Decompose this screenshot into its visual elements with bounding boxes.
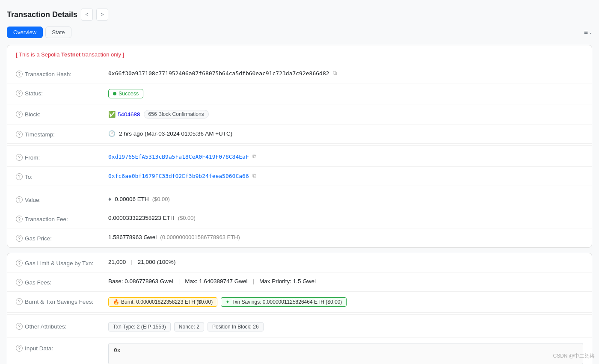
input-data-box: 0x bbox=[108, 343, 583, 364]
copy-txhash-icon[interactable]: ⧉ bbox=[333, 70, 337, 77]
burnt-fees-label: ? Burnt & Txn Savings Fees: bbox=[16, 297, 101, 305]
to-row: ? To: 0xfc6ae0bf1679FC33df02Ef3b9b24feea… bbox=[7, 167, 592, 186]
info-icon-otherattr: ? bbox=[16, 323, 23, 330]
info-icon-txhash: ? bbox=[16, 71, 23, 77]
nonce-badge: Nonce: 2 bbox=[174, 322, 204, 331]
status-label: ? Status: bbox=[16, 89, 101, 97]
status-badge: Success bbox=[108, 89, 143, 98]
timestamp-value: 🕐 2 hrs ago (Mar-03-2024 01:05:36 AM +UT… bbox=[108, 130, 583, 137]
block-check-icon: ✅ bbox=[108, 111, 116, 118]
list-view-icon[interactable]: ≡ ⌄ bbox=[584, 29, 592, 36]
copy-from-icon[interactable]: ⧉ bbox=[252, 153, 256, 160]
input-data-label: ? Input Data: bbox=[16, 343, 101, 352]
gas-fees-row: ? Gas Fees: Base: 0.086778963 Gwei | Max… bbox=[7, 272, 592, 292]
info-icon-gasprice: ? bbox=[16, 235, 23, 242]
advanced-details-card: ? Gas Limit & Usage by Txn: 21,000 | 21,… bbox=[7, 253, 592, 364]
other-attributes-value: Txn Type: 2 (EIP-1559) Nonce: 2 Position… bbox=[108, 322, 583, 331]
transaction-hash-value: 0x66f30a937108c771952406a07f68075b64ca5d… bbox=[108, 70, 583, 77]
burnt-fees-row: ? Burnt & Txn Savings Fees: 🔥 Burnt: 0.0… bbox=[7, 292, 592, 313]
from-row: ? From: 0xd19765EfA5313cB9a5Fa18CeA0F419… bbox=[7, 148, 592, 167]
info-icon-txnfee: ? bbox=[16, 216, 23, 222]
status-row: ? Status: Success bbox=[7, 83, 592, 104]
gas-fees-label: ? Gas Fees: bbox=[16, 278, 101, 286]
gas-fees-value: Base: 0.086778963 Gwei | Max: 1.64038974… bbox=[108, 278, 583, 284]
status-value: Success bbox=[108, 89, 583, 98]
input-data-value: 0x bbox=[108, 343, 583, 364]
info-icon-gasfees: ? bbox=[16, 279, 23, 286]
fire-icon: 🔥 bbox=[113, 299, 119, 305]
txn-fee-label: ? Transaction Fee: bbox=[16, 215, 101, 222]
gas-price-row: ? Gas Price: 1.586778963 Gwei (0.0000000… bbox=[7, 228, 592, 247]
timestamp-row: ? Timestamp: 🕐 2 hrs ago (Mar-03-2024 01… bbox=[7, 124, 592, 144]
info-icon-to: ? bbox=[16, 173, 23, 180]
info-icon-from: ? bbox=[16, 154, 23, 161]
transaction-hash-label: ? Transaction Hash: bbox=[16, 70, 101, 77]
gas-limit-row: ? Gas Limit & Usage by Txn: 21,000 | 21,… bbox=[7, 253, 592, 272]
status-dot bbox=[113, 92, 116, 95]
tab-overview[interactable]: Overview bbox=[7, 27, 43, 38]
from-value: 0xd19765EfA5313cB9a5Fa18CeA0F419F078C84E… bbox=[108, 153, 583, 160]
info-icon-inputdata: ? bbox=[16, 345, 23, 352]
to-value: 0xfc6ae0bf1679FC33df02Ef3b9b24feea5060Ca… bbox=[108, 172, 583, 179]
value-row: ? Value: ♦ 0.00006 ETH ($0.00) bbox=[7, 190, 592, 209]
position-badge: Position In Block: 26 bbox=[208, 322, 264, 331]
main-details-card: [ This is a Sepolia Testnet transaction … bbox=[7, 45, 592, 248]
from-address[interactable]: 0xd19765EfA5313cB9a5Fa18CeA0F419F078C84E… bbox=[108, 154, 249, 160]
page-title: Transaction Details bbox=[7, 10, 77, 19]
txn-fee-row: ? Transaction Fee: 0.000033322358223 ETH… bbox=[7, 209, 592, 228]
to-address[interactable]: 0xfc6ae0bf1679FC33df02Ef3b9b24feea5060Ca… bbox=[108, 173, 249, 179]
to-label: ? To: bbox=[16, 172, 101, 180]
savings-icon: ✦ bbox=[225, 299, 230, 305]
gas-price-label: ? Gas Price: bbox=[16, 234, 101, 242]
info-icon-timestamp: ? bbox=[16, 131, 23, 138]
nav-prev-button[interactable]: < bbox=[81, 9, 93, 21]
from-label: ? From: bbox=[16, 153, 101, 161]
block-value: ✅ 5404688 656 Block Confirmations bbox=[108, 110, 583, 118]
input-data-row: ? Input Data: 0x bbox=[7, 337, 592, 364]
info-icon-gaslimit: ? bbox=[16, 260, 23, 266]
other-attributes-label: ? Other Attributes: bbox=[16, 322, 101, 330]
tabs-container: Overview State ≡ ⌄ bbox=[7, 27, 592, 38]
watermark: CSDN @中二阔络 bbox=[553, 352, 595, 360]
eth-icon: ♦ bbox=[108, 195, 111, 202]
info-icon-status: ? bbox=[16, 90, 23, 97]
info-icon-burntfees: ? bbox=[16, 298, 23, 305]
txn-type-badge: Txn Type: 2 (EIP-1559) bbox=[108, 322, 171, 331]
transaction-hash-row: ? Transaction Hash: 0x66f30a937108c77195… bbox=[7, 64, 592, 83]
confirmations-badge: 656 Block Confirmations bbox=[144, 110, 209, 118]
value-amount: ♦ 0.00006 ETH ($0.00) bbox=[108, 195, 583, 202]
gas-price-value: 1.586778963 Gwei (0.0000000001586778963 … bbox=[108, 234, 583, 240]
testnet-notice: [ This is a Sepolia Testnet transaction … bbox=[7, 45, 592, 64]
nav-next-button[interactable]: > bbox=[96, 9, 108, 21]
timestamp-label: ? Timestamp: bbox=[16, 130, 101, 138]
gas-limit-label: ? Gas Limit & Usage by Txn: bbox=[16, 259, 101, 266]
savings-badge: ✦ Txn Savings: 0.0000001125826464 ETH ($… bbox=[221, 297, 347, 307]
other-attributes-row: ? Other Attributes: Txn Type: 2 (EIP-155… bbox=[7, 317, 592, 337]
burnt-fees-value: 🔥 Burnt: 0.000001822358223 ETH ($0.00) ✦… bbox=[108, 297, 583, 307]
block-row: ? Block: ✅ 5404688 656 Block Confirmatio… bbox=[7, 104, 592, 124]
info-icon-value: ? bbox=[16, 196, 23, 203]
tab-state[interactable]: State bbox=[45, 27, 71, 38]
clock-icon: 🕐 bbox=[108, 130, 116, 137]
value-label: ? Value: bbox=[16, 195, 101, 203]
block-number[interactable]: ✅ 5404688 bbox=[108, 111, 140, 118]
copy-to-icon[interactable]: ⧉ bbox=[252, 172, 256, 179]
block-label: ? Block: bbox=[16, 110, 101, 118]
page-header: Transaction Details < > bbox=[7, 4, 592, 27]
txn-fee-value: 0.000033322358223 ETH ($0.00) bbox=[108, 215, 583, 221]
burnt-badge: 🔥 Burnt: 0.000001822358223 ETH ($0.00) bbox=[108, 297, 217, 307]
info-icon-block: ? bbox=[16, 111, 23, 118]
gas-limit-value: 21,000 | 21,000 (100%) bbox=[108, 259, 583, 265]
